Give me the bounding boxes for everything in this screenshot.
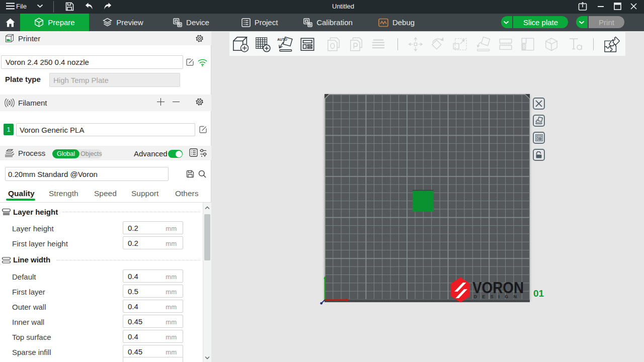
svg-text:DESIGN: DESIGN [474,294,522,299]
svg-text:AUTO: AUTO [277,38,287,41]
